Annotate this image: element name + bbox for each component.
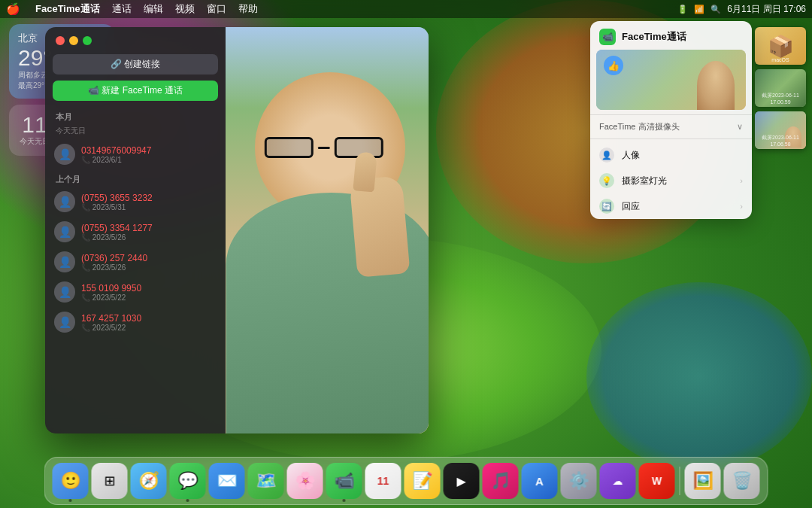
- popup-menu-portrait[interactable]: 👤 人像: [590, 142, 752, 168]
- portrait-label: 人像: [622, 149, 640, 162]
- dock-notes[interactable]: 📝: [404, 463, 441, 499]
- dock-screenshots[interactable]: 🖼️: [685, 463, 721, 499]
- screenshot2-thumb[interactable]: 截屏2023-06-11 17.06.58: [755, 111, 806, 149]
- search-icon[interactable]: 🔍: [710, 5, 721, 14]
- screenshot2-label: 截屏2023-06-11 17.06.58: [756, 135, 804, 148]
- call-date-1: 📞 2023/5/31: [81, 203, 217, 211]
- appletv-icon: ▶: [457, 474, 466, 488]
- dock-photos[interactable]: 🌸: [287, 463, 323, 499]
- menu-edit[interactable]: 编辑: [144, 2, 163, 16]
- thumbs-up-fist: [349, 175, 410, 278]
- finder-icon: 🙂: [60, 471, 80, 491]
- call-item-1[interactable]: 👤 (0755) 3655 3232 📞 2023/5/31: [45, 187, 226, 217]
- facetime-video: [226, 27, 429, 433]
- call-number-0: 03149676009947: [81, 145, 217, 156]
- facetime-window: 🔗 创建链接 📹 新建 FaceTime 通话 本月 今天无日 👤 031496…: [45, 27, 429, 433]
- facetime-sidebar: 🔗 创建链接 📹 新建 FaceTime 通话 本月 今天无日 👤 031496…: [45, 27, 226, 433]
- photos-icon: 🌸: [295, 471, 315, 491]
- call-info-3: (0736) 257 2440 📞 2023/5/26: [81, 253, 217, 272]
- dock-appstore[interactable]: A: [522, 463, 558, 499]
- avatar-1: 👤: [54, 191, 75, 212]
- notes-icon: 📝: [412, 471, 432, 491]
- traffic-lights: [45, 27, 226, 51]
- music-icon: 🎵: [490, 471, 511, 491]
- dock-music[interactable]: 🎵: [483, 463, 519, 499]
- maps-icon: 🗺️: [256, 471, 276, 491]
- dock-appletv[interactable]: ▶: [444, 463, 480, 499]
- dock-sidecar[interactable]: ☁: [600, 463, 636, 499]
- screenshot1-thumb[interactable]: 截屏2023-06-11 17.00.59: [755, 69, 806, 107]
- popup-menu-studio[interactable]: 💡 摄影室灯光 ›: [590, 168, 752, 193]
- trash-icon: 🗑️: [732, 471, 752, 491]
- call-item-5[interactable]: 👤 167 4257 1030 📞 2023/5/22: [45, 307, 226, 337]
- fullscreen-button[interactable]: [83, 36, 92, 45]
- new-facetime-button[interactable]: 📹 新建 FaceTime 通话: [53, 81, 218, 101]
- macos-icon: 📦: [768, 34, 794, 59]
- dock-weibo[interactable]: W: [639, 463, 675, 499]
- studio-light-icon: 💡: [599, 173, 614, 188]
- launchpad-icon: ⊞: [104, 473, 115, 489]
- dock-launchpad[interactable]: ⊞: [92, 463, 128, 499]
- battery-icon: 🔋: [677, 5, 688, 14]
- date-day-number: 11: [22, 114, 47, 136]
- call-item-3[interactable]: 👤 (0736) 257 2440 📞 2023/5/26: [45, 247, 226, 277]
- popup-camera-section[interactable]: FaceTime 高清摄像头 ∨: [590, 118, 752, 135]
- portrait-icon: 👤: [599, 148, 614, 163]
- dock-safari[interactable]: 🧭: [131, 463, 167, 499]
- dock-finder[interactable]: 🙂: [53, 463, 89, 499]
- finder-dot: [69, 499, 72, 502]
- menu-window[interactable]: 窗口: [207, 2, 226, 16]
- macos-label: macOS: [756, 57, 804, 63]
- minimize-button[interactable]: [69, 36, 78, 45]
- studio-arrow: ›: [740, 176, 743, 185]
- call-number-3: (0736) 257 2440: [81, 253, 217, 263]
- avatar-2: 👤: [54, 221, 75, 242]
- menu-video[interactable]: 视频: [175, 2, 195, 16]
- like-badge: 👍: [604, 56, 623, 75]
- right-panel: 📦 macOS 截屏2023-06-11 17.00.59 截屏2023-06-…: [755, 27, 806, 149]
- popup-camera-chevron: ∨: [737, 122, 743, 132]
- call-date-3: 📞 2023/5/26: [81, 263, 217, 272]
- popup-menu-replay[interactable]: 🔄 回应 ›: [590, 193, 752, 219]
- call-item-2[interactable]: 👤 (0755) 3354 1277 📞 2023/5/26: [45, 217, 226, 247]
- dock-trash[interactable]: 🗑️: [724, 463, 760, 499]
- call-item-0[interactable]: 👤 03149676009947 📞 2023/6/1: [45, 139, 226, 169]
- dock-calendar[interactable]: 11: [365, 463, 401, 499]
- popup-divider-1: [590, 114, 752, 115]
- avatar-3: 👤: [54, 251, 75, 272]
- menubar: 🍎 FaceTime通话 通话 编辑 视频 窗口 帮助 🔋 📶 🔍 6月11日 …: [0, 0, 812, 18]
- menu-call[interactable]: 通话: [112, 2, 132, 16]
- call-info-0: 03149676009947 📞 2023/6/1: [81, 145, 217, 164]
- replay-icon: 🔄: [599, 199, 614, 214]
- dock-facetime[interactable]: 📹: [326, 463, 362, 499]
- close-button[interactable]: [56, 36, 65, 45]
- settings-icon: ⚙️: [568, 471, 589, 491]
- studio-label: 摄影室灯光: [622, 175, 667, 187]
- dock-maps[interactable]: 🗺️: [248, 463, 284, 499]
- create-link-button[interactable]: 🔗 创建链接: [53, 54, 218, 75]
- avatar-0: 👤: [54, 144, 75, 165]
- call-date-4: 📞 2023/5/22: [81, 294, 217, 302]
- facetime-popup: 📹 FaceTime通话 👍 FaceTime 高清摄像头 ∨ 👤 人像 💡 摄…: [590, 21, 752, 219]
- call-item-4[interactable]: 👤 155 0109 9950 📞 2023/5/22: [45, 277, 226, 307]
- call-info-5: 167 4257 1030 📞 2023/5/22: [81, 313, 217, 332]
- popup-camera-label: FaceTime 高清摄像头: [599, 121, 680, 132]
- thumb-person: [697, 61, 735, 110]
- call-info-1: (0755) 3655 3232 📞 2023/5/31: [81, 193, 217, 211]
- calendar-icon: 11: [377, 475, 389, 487]
- section-today: 今天无日: [45, 124, 226, 139]
- call-date-2: 📞 2023/5/26: [81, 233, 217, 242]
- call-info-4: 155 0109 9950 📞 2023/5/22: [81, 283, 217, 302]
- section-last-month: 上个月: [45, 169, 226, 187]
- section-this-month: 本月: [45, 107, 226, 124]
- wallpaper-blob4: [586, 282, 812, 470]
- menu-help[interactable]: 帮助: [238, 2, 258, 16]
- apple-menu[interactable]: 🍎: [6, 2, 20, 16]
- menu-app-name[interactable]: FaceTime通话: [35, 2, 100, 16]
- weibo-icon: W: [652, 475, 662, 487]
- dock-mail[interactable]: ✉️: [209, 463, 245, 499]
- dock-messages[interactable]: 💬: [170, 463, 206, 499]
- macos-thumb[interactable]: 📦 macOS: [755, 27, 806, 65]
- thumb-up: [353, 151, 377, 192]
- dock-settings[interactable]: ⚙️: [561, 463, 597, 499]
